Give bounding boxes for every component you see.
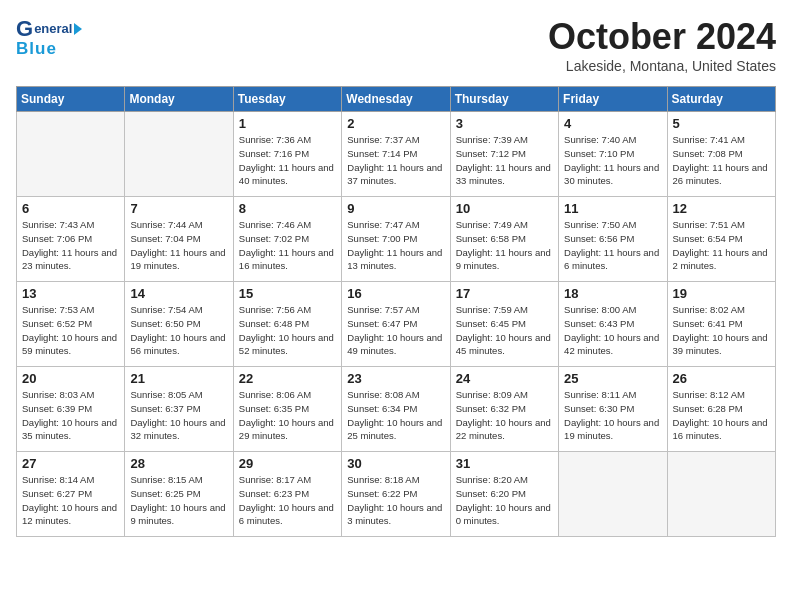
day-info: Sunrise: 8:05 AM Sunset: 6:37 PM Dayligh… (130, 388, 227, 443)
calendar-cell: 21Sunrise: 8:05 AM Sunset: 6:37 PM Dayli… (125, 367, 233, 452)
day-number: 8 (239, 201, 336, 216)
weekday-header-thursday: Thursday (450, 87, 558, 112)
calendar-cell: 7Sunrise: 7:44 AM Sunset: 7:04 PM Daylig… (125, 197, 233, 282)
day-info: Sunrise: 7:40 AM Sunset: 7:10 PM Dayligh… (564, 133, 661, 188)
day-info: Sunrise: 8:14 AM Sunset: 6:27 PM Dayligh… (22, 473, 119, 528)
day-number: 22 (239, 371, 336, 386)
day-number: 1 (239, 116, 336, 131)
calendar-cell: 18Sunrise: 8:00 AM Sunset: 6:43 PM Dayli… (559, 282, 667, 367)
calendar-cell: 24Sunrise: 8:09 AM Sunset: 6:32 PM Dayli… (450, 367, 558, 452)
day-number: 9 (347, 201, 444, 216)
calendar-cell: 25Sunrise: 8:11 AM Sunset: 6:30 PM Dayli… (559, 367, 667, 452)
day-number: 20 (22, 371, 119, 386)
weekday-header-sunday: Sunday (17, 87, 125, 112)
calendar-cell: 20Sunrise: 8:03 AM Sunset: 6:39 PM Dayli… (17, 367, 125, 452)
logo-arrow-icon (74, 23, 82, 35)
day-number: 4 (564, 116, 661, 131)
day-number: 25 (564, 371, 661, 386)
day-number: 23 (347, 371, 444, 386)
day-info: Sunrise: 7:47 AM Sunset: 7:00 PM Dayligh… (347, 218, 444, 273)
day-info: Sunrise: 7:54 AM Sunset: 6:50 PM Dayligh… (130, 303, 227, 358)
calendar-cell: 28Sunrise: 8:15 AM Sunset: 6:25 PM Dayli… (125, 452, 233, 537)
day-info: Sunrise: 8:20 AM Sunset: 6:20 PM Dayligh… (456, 473, 553, 528)
calendar-cell: 3Sunrise: 7:39 AM Sunset: 7:12 PM Daylig… (450, 112, 558, 197)
calendar-cell (125, 112, 233, 197)
day-info: Sunrise: 7:59 AM Sunset: 6:45 PM Dayligh… (456, 303, 553, 358)
calendar-cell: 10Sunrise: 7:49 AM Sunset: 6:58 PM Dayli… (450, 197, 558, 282)
day-info: Sunrise: 8:08 AM Sunset: 6:34 PM Dayligh… (347, 388, 444, 443)
day-info: Sunrise: 8:02 AM Sunset: 6:41 PM Dayligh… (673, 303, 770, 358)
calendar-cell: 12Sunrise: 7:51 AM Sunset: 6:54 PM Dayli… (667, 197, 775, 282)
weekday-header-tuesday: Tuesday (233, 87, 341, 112)
day-number: 19 (673, 286, 770, 301)
weekday-header-monday: Monday (125, 87, 233, 112)
day-info: Sunrise: 8:11 AM Sunset: 6:30 PM Dayligh… (564, 388, 661, 443)
day-info: Sunrise: 8:17 AM Sunset: 6:23 PM Dayligh… (239, 473, 336, 528)
day-number: 16 (347, 286, 444, 301)
page-header: G eneral Blue October 2024 Lakeside, Mon… (16, 16, 776, 74)
calendar-cell: 22Sunrise: 8:06 AM Sunset: 6:35 PM Dayli… (233, 367, 341, 452)
calendar-cell: 5Sunrise: 7:41 AM Sunset: 7:08 PM Daylig… (667, 112, 775, 197)
day-info: Sunrise: 8:15 AM Sunset: 6:25 PM Dayligh… (130, 473, 227, 528)
calendar-cell: 23Sunrise: 8:08 AM Sunset: 6:34 PM Dayli… (342, 367, 450, 452)
day-number: 30 (347, 456, 444, 471)
calendar-cell: 31Sunrise: 8:20 AM Sunset: 6:20 PM Dayli… (450, 452, 558, 537)
day-number: 10 (456, 201, 553, 216)
day-info: Sunrise: 7:46 AM Sunset: 7:02 PM Dayligh… (239, 218, 336, 273)
day-number: 2 (347, 116, 444, 131)
calendar-cell: 8Sunrise: 7:46 AM Sunset: 7:02 PM Daylig… (233, 197, 341, 282)
calendar-cell: 2Sunrise: 7:37 AM Sunset: 7:14 PM Daylig… (342, 112, 450, 197)
day-info: Sunrise: 8:03 AM Sunset: 6:39 PM Dayligh… (22, 388, 119, 443)
weekday-header-wednesday: Wednesday (342, 87, 450, 112)
calendar-cell: 13Sunrise: 7:53 AM Sunset: 6:52 PM Dayli… (17, 282, 125, 367)
day-number: 3 (456, 116, 553, 131)
calendar-cell: 9Sunrise: 7:47 AM Sunset: 7:00 PM Daylig… (342, 197, 450, 282)
calendar-week-3: 13Sunrise: 7:53 AM Sunset: 6:52 PM Dayli… (17, 282, 776, 367)
calendar-week-5: 27Sunrise: 8:14 AM Sunset: 6:27 PM Dayli… (17, 452, 776, 537)
day-number: 15 (239, 286, 336, 301)
day-info: Sunrise: 7:39 AM Sunset: 7:12 PM Dayligh… (456, 133, 553, 188)
calendar-table: SundayMondayTuesdayWednesdayThursdayFrid… (16, 86, 776, 537)
day-number: 31 (456, 456, 553, 471)
logo-general: eneral (34, 21, 72, 37)
day-number: 17 (456, 286, 553, 301)
calendar-cell: 6Sunrise: 7:43 AM Sunset: 7:06 PM Daylig… (17, 197, 125, 282)
calendar-cell: 14Sunrise: 7:54 AM Sunset: 6:50 PM Dayli… (125, 282, 233, 367)
day-number: 6 (22, 201, 119, 216)
day-info: Sunrise: 8:06 AM Sunset: 6:35 PM Dayligh… (239, 388, 336, 443)
calendar-cell: 26Sunrise: 8:12 AM Sunset: 6:28 PM Dayli… (667, 367, 775, 452)
day-info: Sunrise: 8:00 AM Sunset: 6:43 PM Dayligh… (564, 303, 661, 358)
weekday-header-friday: Friday (559, 87, 667, 112)
calendar-cell (667, 452, 775, 537)
day-number: 21 (130, 371, 227, 386)
calendar-cell: 27Sunrise: 8:14 AM Sunset: 6:27 PM Dayli… (17, 452, 125, 537)
calendar-cell: 30Sunrise: 8:18 AM Sunset: 6:22 PM Dayli… (342, 452, 450, 537)
calendar-subtitle: Lakeside, Montana, United States (548, 58, 776, 74)
day-info: Sunrise: 7:56 AM Sunset: 6:48 PM Dayligh… (239, 303, 336, 358)
calendar-cell: 19Sunrise: 8:02 AM Sunset: 6:41 PM Dayli… (667, 282, 775, 367)
day-number: 11 (564, 201, 661, 216)
title-block: October 2024 Lakeside, Montana, United S… (548, 16, 776, 74)
day-info: Sunrise: 7:37 AM Sunset: 7:14 PM Dayligh… (347, 133, 444, 188)
day-info: Sunrise: 7:44 AM Sunset: 7:04 PM Dayligh… (130, 218, 227, 273)
calendar-cell: 15Sunrise: 7:56 AM Sunset: 6:48 PM Dayli… (233, 282, 341, 367)
calendar-week-2: 6Sunrise: 7:43 AM Sunset: 7:06 PM Daylig… (17, 197, 776, 282)
day-info: Sunrise: 8:18 AM Sunset: 6:22 PM Dayligh… (347, 473, 444, 528)
day-number: 13 (22, 286, 119, 301)
day-info: Sunrise: 7:36 AM Sunset: 7:16 PM Dayligh… (239, 133, 336, 188)
day-number: 18 (564, 286, 661, 301)
day-number: 5 (673, 116, 770, 131)
day-info: Sunrise: 7:57 AM Sunset: 6:47 PM Dayligh… (347, 303, 444, 358)
calendar-week-1: 1Sunrise: 7:36 AM Sunset: 7:16 PM Daylig… (17, 112, 776, 197)
day-info: Sunrise: 7:51 AM Sunset: 6:54 PM Dayligh… (673, 218, 770, 273)
day-info: Sunrise: 7:49 AM Sunset: 6:58 PM Dayligh… (456, 218, 553, 273)
calendar-cell: 4Sunrise: 7:40 AM Sunset: 7:10 PM Daylig… (559, 112, 667, 197)
weekday-header-saturday: Saturday (667, 87, 775, 112)
day-number: 29 (239, 456, 336, 471)
logo: G eneral Blue (16, 16, 82, 60)
calendar-cell: 11Sunrise: 7:50 AM Sunset: 6:56 PM Dayli… (559, 197, 667, 282)
calendar-cell: 1Sunrise: 7:36 AM Sunset: 7:16 PM Daylig… (233, 112, 341, 197)
day-number: 28 (130, 456, 227, 471)
calendar-cell (559, 452, 667, 537)
calendar-cell: 29Sunrise: 8:17 AM Sunset: 6:23 PM Dayli… (233, 452, 341, 537)
